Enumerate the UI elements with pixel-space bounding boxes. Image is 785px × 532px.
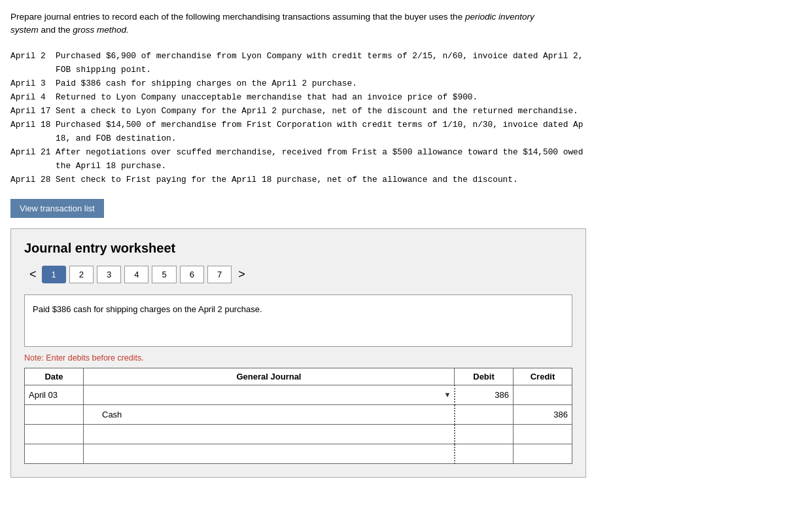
date-cell: [25, 424, 84, 444]
dropdown-arrow-icon[interactable]: ▼: [444, 391, 451, 399]
credit-input[interactable]: [517, 429, 568, 439]
table-row: [25, 424, 572, 444]
tab-3[interactable]: 3: [97, 266, 121, 283]
tab-navigation: < 1234567 >: [24, 265, 572, 284]
debit-header: Debit: [455, 368, 514, 385]
transaction-description: Paid $386 cash for shipping charges on t…: [24, 294, 572, 347]
credit-header: Credit: [514, 368, 572, 385]
debit-input[interactable]: [459, 410, 510, 419]
table-row: [25, 404, 572, 424]
date-cell: [25, 385, 84, 404]
tab-2[interactable]: 2: [69, 266, 94, 283]
tab-5[interactable]: 5: [152, 266, 176, 283]
debit-cell[interactable]: [455, 385, 514, 404]
journal-entry-input[interactable]: [88, 449, 450, 459]
transactions-list: April 2 Purchased $6,900 of merchandise …: [10, 49, 775, 187]
debit-cell[interactable]: [455, 404, 514, 424]
credit-cell[interactable]: [514, 424, 572, 444]
credit-cell[interactable]: [514, 444, 572, 463]
debit-input[interactable]: [459, 449, 510, 459]
journal-entry-input[interactable]: [88, 390, 450, 400]
debit-input[interactable]: [459, 429, 510, 439]
credit-input[interactable]: [517, 410, 568, 419]
table-row: [25, 444, 572, 463]
journal-entry-worksheet: Journal entry worksheet < 1234567 > Paid…: [10, 228, 586, 478]
debit-cell[interactable]: [455, 444, 514, 463]
credit-input[interactable]: [517, 449, 568, 459]
credit-cell[interactable]: [514, 385, 572, 404]
view-transaction-list-button[interactable]: View transaction list: [10, 199, 104, 218]
date-input[interactable]: [29, 410, 79, 419]
debit-input[interactable]: [459, 390, 510, 400]
credit-input[interactable]: [517, 390, 568, 400]
date-cell: [25, 444, 84, 463]
date-input[interactable]: [29, 429, 79, 439]
debit-cell[interactable]: [455, 424, 514, 444]
date-header: Date: [25, 368, 84, 385]
journal-entry-cell[interactable]: [84, 404, 455, 424]
general-journal-header: General Journal: [84, 368, 455, 385]
next-tab-button[interactable]: >: [233, 265, 251, 284]
journal-entry-cell[interactable]: [84, 424, 455, 444]
date-input[interactable]: [29, 390, 79, 400]
prev-tab-button[interactable]: <: [24, 265, 42, 284]
tab-1[interactable]: 1: [42, 266, 66, 283]
tab-6[interactable]: 6: [180, 266, 204, 283]
journal-entry-cell[interactable]: [84, 444, 455, 463]
journal-entry-cell[interactable]: ▼: [84, 385, 455, 404]
entry-note: Note: Enter debits before credits.: [24, 353, 572, 363]
tab-7[interactable]: 7: [207, 266, 232, 283]
date-input[interactable]: [29, 449, 79, 459]
journal-table: Date General Journal Debit Credit ▼: [24, 368, 572, 464]
journal-entry-input[interactable]: [88, 429, 450, 439]
journal-entry-input[interactable]: [102, 410, 450, 419]
table-row: ▼: [25, 385, 572, 404]
worksheet-title: Journal entry worksheet: [24, 241, 572, 256]
intro-paragraph: Prepare journal entries to record each o…: [10, 10, 769, 37]
tab-4[interactable]: 4: [124, 266, 148, 283]
date-cell: [25, 404, 84, 424]
credit-cell[interactable]: [514, 404, 572, 424]
